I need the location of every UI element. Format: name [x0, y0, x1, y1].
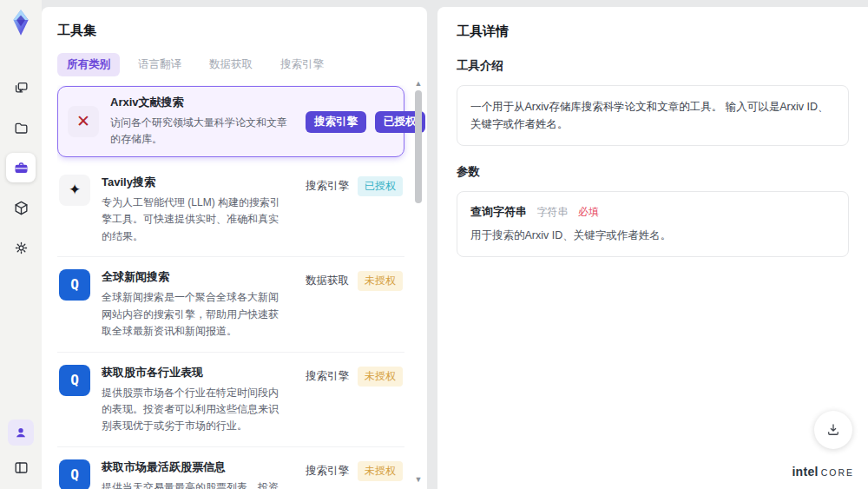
- cube-icon: [13, 200, 30, 216]
- download-button[interactable]: [814, 411, 852, 449]
- tab-language-translation[interactable]: 语言翻译: [128, 53, 191, 76]
- tool-title: Tavily搜索: [102, 175, 286, 190]
- news-provider-logo-icon: Q: [59, 269, 90, 301]
- tool-intro-text: 一个用于从Arxiv存储库搜索科学论文和文章的工具。 输入可以是Arxiv ID…: [457, 85, 849, 146]
- sidebar-item-files[interactable]: [6, 113, 36, 142]
- parameter-header: 查询字符串 字符串 必填: [470, 203, 835, 220]
- intel-core-logo: intel CORE: [792, 465, 854, 479]
- sidebar-item-settings[interactable]: [6, 233, 36, 262]
- tool-title: 全球新闻搜索: [102, 269, 286, 285]
- parameter-name: 查询字符串: [470, 205, 527, 218]
- tool-description: 提供当天交易量最高的股票列表，投资者可以利用这些信息来识别流动性强的股票和潜在的…: [102, 479, 286, 489]
- download-icon: [825, 422, 841, 438]
- tools-list-panel: 工具集 所有类别 语言翻译 数据获取 搜索引擎 ✕ Arxiv文献搜索 访问各个…: [42, 7, 427, 489]
- auth-status-badge: 已授权: [358, 176, 403, 196]
- sidebar-item-tools[interactable]: [6, 153, 36, 182]
- tool-card-global-news[interactable]: Q 全球新闻搜索 全球新闻搜索是一个聚合全球各大新闻网站内容的搜索引擎，帮助用户…: [57, 257, 404, 352]
- category-tabs: 所有类别 语言翻译 数据获取 搜索引擎: [57, 53, 427, 76]
- scroll-down-icon[interactable]: ▼: [415, 476, 423, 484]
- tool-title: 获取股市各行业表现: [102, 365, 286, 380]
- tool-description: 专为人工智能代理 (LLM) 构建的搜索引擎工具。可快速提供实时、准确和真实的结…: [102, 195, 286, 245]
- tab-all-categories[interactable]: 所有类别: [57, 53, 120, 76]
- parameter-item: 查询字符串 字符串 必填 用于搜索的Arxiv ID、关键字或作者姓名。: [457, 191, 849, 257]
- finance-provider-logo-icon: Q: [59, 365, 90, 396]
- detail-title: 工具详情: [457, 23, 849, 40]
- arxiv-logo-icon: ✕: [68, 106, 99, 137]
- app-window: 工具集 所有类别 语言翻译 数据获取 搜索引擎 ✕ Arxiv文献搜索 访问各个…: [0, 0, 868, 489]
- panel-toggle-icon: [13, 459, 30, 476]
- required-badge: 必填: [578, 206, 599, 218]
- tool-card-tavily[interactable]: ✦ Tavily搜索 专为人工智能代理 (LLM) 构建的搜索引擎工具。可快速提…: [57, 162, 404, 257]
- category-label: 搜索引擎: [306, 176, 349, 194]
- gear-icon: [13, 240, 30, 256]
- chat-icon: [13, 80, 30, 96]
- tool-description: 提供股票市场各个行业在特定时间段内的表现。投资者可以利用这些信息来识别表现优于或…: [102, 385, 286, 435]
- sidebar-collapse-button[interactable]: [6, 453, 36, 482]
- folder-icon: [13, 120, 30, 136]
- category-label: 数据获取: [306, 271, 349, 288]
- sidebar-item-plugins[interactable]: [6, 193, 36, 222]
- sidebar-item-account[interactable]: [8, 420, 34, 446]
- intro-heading: 工具介绍: [457, 58, 849, 74]
- tab-search-engine[interactable]: 搜索引擎: [271, 53, 333, 76]
- params-heading: 参数: [457, 164, 849, 180]
- finance-provider-logo-icon: Q: [59, 459, 90, 489]
- tool-title: 获取市场最活跃股票信息: [102, 459, 286, 475]
- tool-description: 访问各个研究领域大量科学论文和文章的存储库。: [110, 115, 294, 149]
- parameter-description: 用于搜索的Arxiv ID、关键字或作者姓名。: [470, 228, 835, 243]
- scroll-up-icon[interactable]: ▲: [415, 80, 423, 88]
- auth-status-badge: 未授权: [358, 367, 403, 387]
- brand-secondary: CORE: [821, 467, 854, 478]
- tool-detail-panel: 工具详情 工具介绍 一个用于从Arxiv存储库搜索科学论文和文章的工具。 输入可…: [437, 7, 868, 489]
- brand-primary: intel: [792, 465, 818, 479]
- tool-list: ✕ Arxiv文献搜索 访问各个研究领域大量科学论文和文章的存储库。 搜索引擎 …: [57, 85, 427, 489]
- list-scrollbar[interactable]: ▲ ▼: [413, 80, 424, 484]
- user-avatar-icon: [14, 426, 28, 439]
- page-title: 工具集: [57, 23, 427, 39]
- sidebar-item-chat[interactable]: [6, 73, 36, 102]
- app-logo-icon: [8, 9, 34, 36]
- category-label: 搜索引擎: [306, 461, 349, 479]
- parameter-type: 字符串: [536, 206, 568, 218]
- auth-status-badge: 未授权: [358, 271, 403, 291]
- scrollbar-thumb[interactable]: [415, 90, 422, 203]
- tool-card-active-stocks[interactable]: Q 获取市场最活跃股票信息 提供当天交易量最高的股票列表，投资者可以利用这些信息…: [57, 447, 404, 489]
- tavily-logo-icon: ✦: [59, 175, 90, 206]
- tool-card-arxiv[interactable]: ✕ Arxiv文献搜索 访问各个研究领域大量科学论文和文章的存储库。 搜索引擎 …: [57, 86, 404, 157]
- tab-data-acquisition[interactable]: 数据获取: [200, 53, 262, 76]
- tool-title: Arxiv文献搜索: [110, 95, 294, 110]
- tool-card-sector-performance[interactable]: Q 获取股市各行业表现 提供股票市场各个行业在特定时间段内的表现。投资者可以利用…: [57, 353, 404, 447]
- auth-status-badge: 未授权: [358, 461, 403, 481]
- toolbox-icon: [13, 160, 30, 176]
- tool-description: 全球新闻搜索是一个聚合全球各大新闻网站内容的搜索引擎，帮助用户快速获取全球最新资…: [102, 289, 286, 340]
- category-badge: 搜索引擎: [306, 111, 366, 133]
- sidebar: [0, 0, 42, 489]
- category-label: 搜索引擎: [306, 367, 349, 384]
